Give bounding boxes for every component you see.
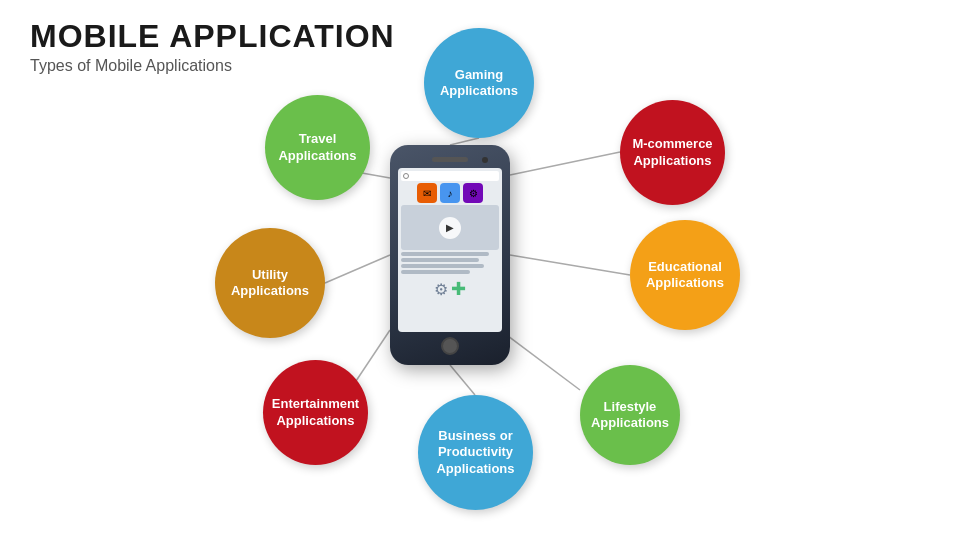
phone-home-button — [441, 337, 459, 355]
content-lines — [401, 252, 499, 274]
play-button: ▶ — [439, 217, 461, 239]
phone-speaker — [432, 157, 468, 162]
cross-icon: ✚ — [451, 278, 466, 300]
mail-icon: ✉ — [417, 183, 437, 203]
text-line-3 — [401, 264, 484, 268]
circle-mcommerce: M-commerceApplications — [620, 100, 725, 205]
circle-entertainment: EntertainmentApplications — [263, 360, 368, 465]
music-icon: ♪ — [440, 183, 460, 203]
circle-utility: UtilityApplications — [215, 228, 325, 338]
video-area: ▶ — [401, 205, 499, 250]
circle-business: Business orProductivityApplications — [418, 395, 533, 510]
text-line-1 — [401, 252, 489, 256]
svg-line-6 — [325, 255, 390, 283]
svg-line-0 — [450, 138, 479, 145]
app-icons-row: ✉ ♪ ⚙ — [401, 183, 499, 203]
gear-icon-large: ⚙ — [434, 280, 448, 299]
circle-gaming: GamingApplications — [424, 28, 534, 138]
svg-line-1 — [510, 152, 620, 175]
phone-illustration: ✉ ♪ ⚙ ▶ ⚙ ✚ — [390, 145, 510, 365]
svg-line-2 — [510, 255, 630, 275]
phone-camera — [482, 157, 488, 163]
svg-line-4 — [450, 365, 475, 395]
sub-title: Types of Mobile Applications — [30, 57, 395, 75]
svg-line-3 — [500, 330, 580, 390]
circle-lifestyle: LifestyleApplications — [580, 365, 680, 465]
text-line-4 — [401, 270, 470, 274]
phone-bottom-icons: ⚙ ✚ — [401, 278, 499, 300]
settings-icon: ⚙ — [463, 183, 483, 203]
search-icon — [403, 173, 409, 179]
text-line-2 — [401, 258, 479, 262]
main-title: MOBILE APPLICATION — [30, 18, 395, 55]
phone-screen: ✉ ♪ ⚙ ▶ ⚙ ✚ — [398, 168, 502, 332]
phone-search-bar — [401, 171, 499, 181]
header: MOBILE APPLICATION Types of Mobile Appli… — [30, 18, 395, 75]
circle-travel: TravelApplications — [265, 95, 370, 200]
circle-educational: EducationalApplications — [630, 220, 740, 330]
